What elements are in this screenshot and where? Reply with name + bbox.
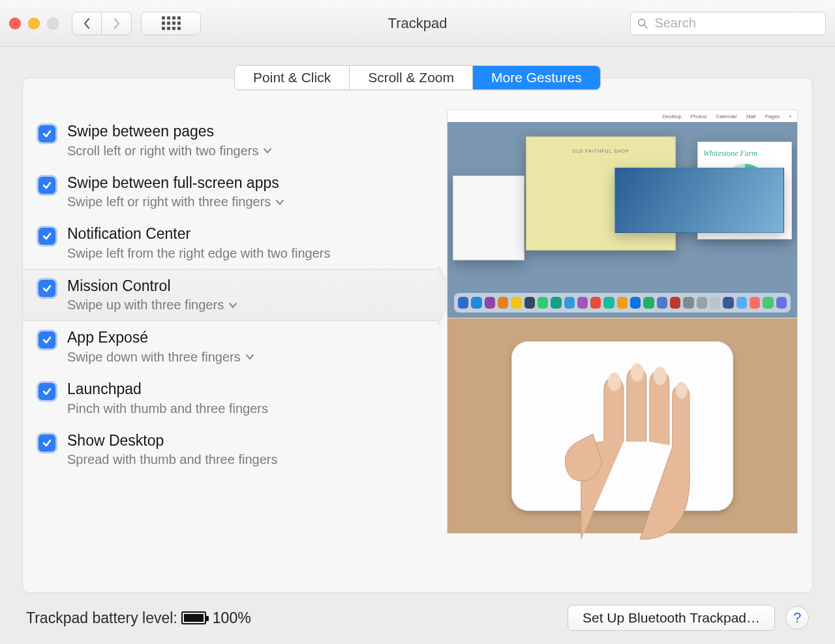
dock-app-icon [551, 297, 561, 309]
chevron-down-icon [246, 352, 254, 362]
close-window-button[interactable] [9, 18, 21, 29]
hand-icon [542, 344, 725, 540]
gesture-desc[interactable]: Swipe down with three fingers [67, 350, 254, 365]
dock-app-icon [683, 297, 693, 309]
gesture-title: Mission Control [67, 277, 237, 296]
setup-bluetooth-trackpad-button[interactable]: Set Up Bluetooth Trackpad… [568, 605, 775, 631]
search-icon [637, 18, 648, 29]
gesture-title: App Exposé [67, 329, 254, 347]
tab-scroll-zoom[interactable]: Scroll & Zoom [350, 66, 473, 89]
tab-point-click[interactable]: Point & Click [235, 66, 350, 89]
gesture-list: Swipe between pagesScroll left or right … [23, 110, 440, 573]
dock-app-icon [590, 297, 601, 309]
gesture-title: Notification Center [67, 225, 331, 243]
gesture-desc: Spread with thumb and three fingers [67, 452, 277, 467]
minimize-window-button[interactable] [28, 18, 40, 29]
help-button[interactable]: ? [785, 606, 809, 630]
tab-more-gestures[interactable]: More Gestures [473, 66, 600, 89]
checkbox-show-desktop[interactable] [38, 435, 55, 452]
gesture-app-expose[interactable]: App ExposéSwipe down with three fingers [23, 321, 440, 373]
dock-app-icon [657, 297, 667, 309]
chevron-left-icon [83, 18, 91, 29]
preview-menubar-item: Pages [765, 114, 780, 119]
preview-window-video [615, 168, 784, 233]
dock-app-icon [603, 297, 614, 309]
dock-app-icon [498, 297, 508, 309]
dock-app-icon [511, 297, 521, 309]
mission-control-windows: Whitestone Farm [448, 130, 797, 260]
svg-point-0 [639, 19, 645, 25]
gesture-desc[interactable]: Swipe left or right with three fingers [67, 194, 284, 209]
gesture-desc[interactable]: Scroll left or right with two fingers [67, 144, 271, 159]
content-area: Point & ClickScroll & ZoomMore Gestures … [0, 47, 835, 644]
search-input[interactable] [653, 15, 819, 31]
chevron-right-icon [113, 18, 121, 29]
search-field[interactable] [630, 12, 826, 35]
gesture-notification-center[interactable]: Notification CenterSwipe left from the r… [23, 217, 440, 269]
dock-app-icon [485, 297, 495, 309]
check-icon [42, 283, 52, 294]
dock-app-icon [736, 297, 747, 309]
whitestone-title: Whitestone Farm [698, 142, 791, 160]
battery-icon [181, 611, 206, 624]
chevron-down-icon [229, 300, 237, 311]
checkbox-launchpad[interactable] [38, 383, 55, 400]
gesture-desc: Swipe left from the right edge with two … [67, 246, 331, 261]
check-icon [42, 386, 52, 397]
gesture-swipe-pages[interactable]: Swipe between pagesScroll left or right … [23, 115, 440, 166]
checkbox-notification-center[interactable] [38, 228, 55, 245]
gesture-desc: Pinch with thumb and three fingers [67, 401, 268, 416]
gesture-show-desktop[interactable]: Show DesktopSpread with thumb and three … [23, 424, 440, 476]
gesture-title: Show Desktop [67, 432, 277, 450]
preview-menubar-item: Mail [746, 114, 756, 119]
dock-app-icon [564, 297, 575, 309]
preview-add-space-icon: + [789, 114, 792, 119]
dock-app-icon [643, 297, 654, 309]
check-icon [42, 438, 52, 448]
dock-app-icon [630, 297, 641, 309]
dock-app-icon [670, 297, 680, 309]
dock-app-icon [697, 297, 707, 309]
gesture-preview: DesktopPhotosCalendarMailPages+ Whitesto… [440, 110, 812, 573]
gesture-title: Swipe between pages [67, 123, 271, 141]
help-icon: ? [793, 609, 801, 626]
gesture-title: Launchpad [67, 380, 268, 399]
show-all-button[interactable] [141, 12, 201, 35]
zoom-window-button[interactable] [47, 18, 59, 29]
tabs-segmented-control: Point & ClickScroll & ZoomMore Gestures [234, 65, 601, 90]
gesture-launchpad[interactable]: LaunchpadPinch with thumb and three fing… [23, 373, 440, 424]
dock-app-icon [776, 297, 787, 309]
back-button[interactable] [72, 12, 102, 35]
preferences-panel: Swipe between pagesScroll left or right … [22, 78, 813, 593]
preview-hand [542, 344, 725, 540]
dock-app-icon [710, 297, 720, 309]
preview-menubar: DesktopPhotosCalendarMailPages+ [448, 110, 797, 122]
dock-app-icon [524, 297, 535, 309]
checkbox-swipe-fullscreen[interactable] [38, 177, 55, 194]
preview-menubar-item: Calendar [716, 114, 737, 119]
svg-point-2 [608, 373, 621, 391]
forward-button[interactable] [102, 12, 132, 35]
nav-back-forward [72, 12, 132, 35]
gesture-mission-control[interactable]: Mission ControlSwipe up with three finge… [23, 269, 440, 322]
window-title: Trackpad [388, 15, 448, 32]
check-icon [42, 231, 52, 241]
svg-point-3 [631, 363, 644, 382]
battery-label: Trackpad battery level: [26, 609, 177, 627]
svg-line-1 [645, 25, 647, 27]
gesture-desc[interactable]: Swipe up with three fingers [67, 298, 237, 313]
footer: Trackpad battery level: 100% Set Up Blue… [22, 593, 813, 631]
checkbox-swipe-pages[interactable] [38, 125, 55, 142]
checkbox-app-expose[interactable] [38, 331, 55, 348]
gesture-swipe-fullscreen[interactable]: Swipe between full-screen appsSwipe left… [23, 166, 440, 218]
svg-point-4 [654, 367, 667, 385]
checkbox-mission-control[interactable] [38, 280, 55, 297]
check-icon [42, 180, 52, 191]
preview-trackpad-area [447, 318, 798, 534]
gesture-title: Swipe between full-screen apps [67, 174, 284, 192]
dock-app-icon [458, 297, 468, 309]
dock-app-icon [723, 297, 733, 309]
window-toolbar: Trackpad [0, 0, 835, 47]
grid-icon [162, 16, 181, 30]
preview-menubar-item: Desktop [662, 114, 681, 119]
